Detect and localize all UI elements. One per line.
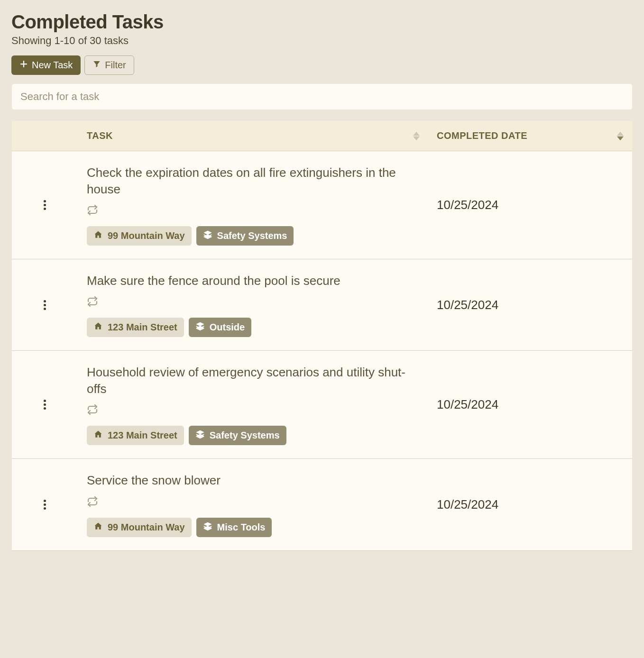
recurring-icon: [87, 296, 420, 309]
property-chip[interactable]: 123 Main Street: [87, 318, 184, 337]
page-subtitle: Showing 1-10 of 30 tasks: [11, 35, 633, 47]
tasks-table: TASK COMPLETED DATE Check the expiration…: [11, 120, 633, 551]
column-header-completed-date[interactable]: COMPLETED DATE: [428, 121, 632, 151]
property-label: 123 Main Street: [108, 430, 177, 441]
sort-icon: [617, 131, 624, 141]
category-chip[interactable]: Safety Systems: [196, 226, 294, 246]
new-task-label: New Task: [32, 60, 73, 71]
row-menu-button[interactable]: [44, 400, 46, 410]
home-icon: [93, 521, 103, 533]
recurring-icon: [87, 204, 420, 218]
completed-date: 10/25/2024: [437, 164, 624, 246]
column-header-task[interactable]: TASK: [78, 121, 428, 151]
category-label: Outside: [210, 322, 245, 333]
table-row: Check the expiration dates on all fire e…: [12, 151, 632, 259]
task-title[interactable]: Household review of emergency scenarios …: [87, 364, 420, 397]
row-menu-button[interactable]: [44, 300, 46, 310]
table-header: TASK COMPLETED DATE: [12, 121, 632, 151]
task-title[interactable]: Service the snow blower: [87, 472, 420, 489]
recurring-icon: [87, 404, 420, 417]
row-menu-button[interactable]: [44, 200, 46, 210]
row-menu-button[interactable]: [44, 500, 46, 510]
category-label: Safety Systems: [217, 230, 287, 241]
category-chip[interactable]: Misc Tools: [196, 518, 272, 537]
layers-icon: [203, 521, 212, 533]
task-title[interactable]: Make sure the fence around the pool is s…: [87, 273, 420, 289]
completed-date: 10/25/2024: [437, 273, 624, 337]
new-task-button[interactable]: New Task: [11, 55, 81, 75]
property-chip[interactable]: 99 Mountain Way: [87, 518, 192, 537]
plus-icon: [19, 60, 28, 71]
task-title[interactable]: Check the expiration dates on all fire e…: [87, 164, 420, 198]
filter-icon: [92, 60, 101, 71]
property-chip[interactable]: 99 Mountain Way: [87, 226, 192, 246]
property-label: 99 Mountain Way: [108, 522, 185, 533]
filter-label: Filter: [105, 60, 126, 71]
category-label: Safety Systems: [210, 430, 280, 441]
recurring-icon: [87, 496, 420, 509]
completed-date: 10/25/2024: [437, 364, 624, 445]
home-icon: [93, 230, 103, 242]
property-label: 123 Main Street: [108, 322, 177, 333]
category-chip[interactable]: Safety Systems: [189, 426, 286, 445]
completed-date: 10/25/2024: [437, 472, 624, 537]
table-row: Make sure the fence around the pool is s…: [12, 259, 632, 351]
home-icon: [93, 321, 103, 333]
layers-icon: [195, 430, 205, 441]
category-chip[interactable]: Outside: [189, 318, 251, 337]
home-icon: [93, 430, 103, 441]
property-chip[interactable]: 123 Main Street: [87, 426, 184, 445]
property-label: 99 Mountain Way: [108, 230, 185, 241]
page-title: Completed Tasks: [11, 11, 633, 33]
table-row: Service the snow blower99 Mountain WayMi…: [12, 459, 632, 550]
table-row: Household review of emergency scenarios …: [12, 351, 632, 459]
filter-button[interactable]: Filter: [84, 55, 134, 75]
category-label: Misc Tools: [217, 522, 266, 533]
layers-icon: [203, 230, 212, 242]
layers-icon: [195, 321, 205, 333]
sort-icon: [413, 131, 420, 141]
search-input[interactable]: [11, 83, 633, 110]
